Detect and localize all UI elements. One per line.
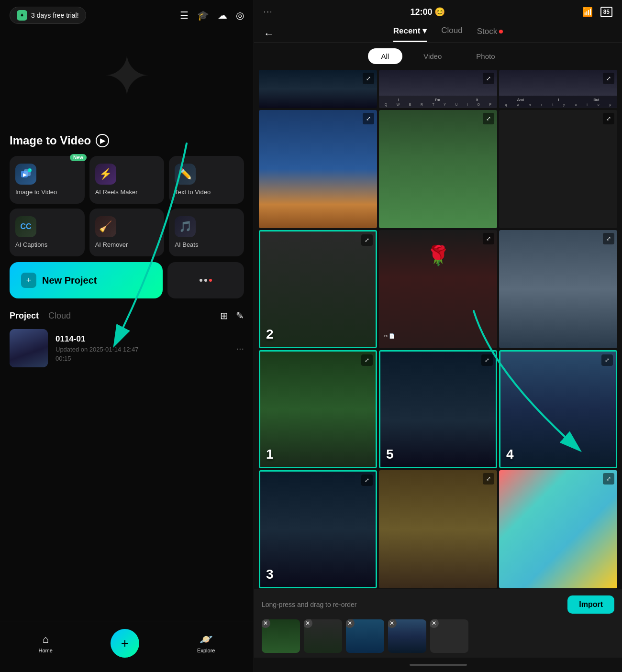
expand-icon[interactable]: ⤢: [361, 354, 373, 366]
project-info: 0114-01 Updated on 2025-01-14 12:47 00:1…: [56, 334, 228, 362]
filter-photo[interactable]: Photo: [463, 48, 508, 64]
left-panel: ✦ 3 days free trial! ☰ 🎓 ☁ ◎ ✦ Image to …: [0, 0, 254, 672]
expand-icon[interactable]: ⤢: [481, 354, 493, 366]
feature-card-ai-reels[interactable]: ⚡ AI Reels Maker: [89, 156, 165, 204]
strip-item-1[interactable]: ✕: [262, 619, 300, 653]
import-bar: Long-press and drag to re-order Import ✕…: [254, 589, 622, 658]
strip-item-5[interactable]: ✕: [430, 619, 468, 653]
feature-label-beats: AI Beats: [175, 241, 198, 249]
expand-icon[interactable]: ⤢: [603, 473, 614, 485]
media-bg: [379, 110, 497, 228]
media-cell-r5c1[interactable]: ⤢ 3: [259, 470, 377, 588]
cloud-icon[interactable]: ☁: [218, 10, 227, 21]
media-cell-r2c3[interactable]: ⤢: [499, 110, 617, 228]
filter-all[interactable]: All: [368, 48, 403, 64]
grid-view-icon[interactable]: ⊞: [220, 310, 228, 321]
strip-item-3[interactable]: ✕: [346, 619, 384, 653]
itv-section: Image to Video ▶ New Image to Video: [0, 134, 254, 310]
image-to-video-icon: [15, 164, 36, 185]
itv-title: Image to Video ▶: [10, 134, 244, 147]
trial-badge[interactable]: ✦ 3 days free trial!: [10, 7, 86, 24]
action-row: + New Project: [10, 262, 244, 298]
expand-icon[interactable]: ⤢: [361, 474, 373, 486]
media-cell-r5c3[interactable]: ⤢: [499, 470, 617, 588]
project-section: Project Cloud ⊞ ✎ 0114-01 Updated on 202…: [0, 310, 254, 621]
media-bg: [260, 352, 376, 467]
media-cell-r3c3[interactable]: ⤢: [499, 230, 617, 348]
tab-cloud[interactable]: Cloud: [48, 311, 71, 321]
project-item[interactable]: 0114-01 Updated on 2025-01-14 12:47 00:1…: [10, 329, 244, 367]
selection-number: 1: [266, 447, 274, 462]
media-cell-r4c2[interactable]: ⤢ 5: [379, 350, 497, 468]
media-cell-top1[interactable]: ⤢: [259, 70, 377, 108]
expand-icon[interactable]: ⤢: [483, 113, 494, 124]
media-cell-r4c3[interactable]: ⤢ 4: [499, 350, 617, 468]
media-cell-r5c2[interactable]: ⤢: [379, 470, 497, 588]
media-cell-r3c1[interactable]: ⤢ 2: [259, 230, 377, 348]
new-project-label: New Project: [42, 275, 97, 286]
media-bg: [499, 110, 617, 228]
expand-icon[interactable]: ⤢: [363, 73, 374, 84]
itv-info-icon[interactable]: ▶: [96, 134, 109, 147]
import-button[interactable]: Import: [567, 595, 614, 614]
expand-icon[interactable]: ⤢: [483, 73, 494, 84]
expand-icon[interactable]: ⤢: [601, 354, 613, 366]
hat-icon[interactable]: 🎓: [197, 10, 209, 21]
media-cell-r3c2[interactable]: 🌹 ✂ 📄 ⤢: [379, 230, 497, 348]
strip-item-2[interactable]: ✕: [304, 619, 342, 653]
media-cell-r2c1[interactable]: ⤢: [259, 110, 377, 228]
back-button[interactable]: ←: [264, 28, 274, 40]
status-time: 12:00 😊: [410, 7, 444, 17]
status-dots: ···: [264, 8, 273, 16]
tab-project[interactable]: Project: [10, 311, 39, 321]
right-nav: ← Recent ▾ Cloud Stock: [254, 22, 622, 43]
nav-create-button[interactable]: +: [111, 629, 139, 658]
edit-icon[interactable]: ✎: [236, 310, 244, 321]
project-thumb-inner: [10, 329, 48, 367]
feature-card-ai-beats[interactable]: 🎵 AI Beats: [169, 209, 244, 256]
expand-icon[interactable]: ⤢: [603, 73, 614, 84]
media-cell-top3[interactable]: And I But qwertyuiop ⤢: [499, 70, 617, 108]
selected-strip: ✕ ✕ ✕ ✕ ✕: [262, 619, 614, 653]
tab-recent[interactable]: Recent ▾: [393, 26, 427, 42]
menu-icon[interactable]: ☰: [180, 10, 189, 21]
expand-icon[interactable]: ⤢: [363, 113, 374, 124]
itv-title-text: Image to Video: [10, 134, 91, 147]
feature-card-ai-captions[interactable]: CC AI Captions: [10, 209, 85, 256]
expand-icon[interactable]: ⤢: [603, 233, 614, 244]
strip-item-4[interactable]: ✕: [388, 619, 426, 653]
media-bg: [260, 472, 376, 587]
new-project-button[interactable]: + New Project: [10, 262, 163, 298]
feature-card-image-to-video[interactable]: New Image to Video: [10, 156, 85, 204]
expand-icon[interactable]: ⤢: [483, 233, 494, 244]
new-project-plus-icon: +: [21, 273, 36, 288]
tab-cloud[interactable]: Cloud: [441, 26, 462, 42]
trial-badge-icon: ✦: [17, 10, 27, 21]
text-to-video-icon: ✏️: [175, 164, 196, 185]
project-date: Updated on 2025-01-14 12:47: [56, 346, 228, 353]
media-cell-r2c2[interactable]: ⤢: [379, 110, 497, 228]
media-cell-r4c1[interactable]: ⤢ 1: [259, 350, 377, 468]
expand-icon[interactable]: ⤢: [483, 473, 494, 485]
message-icon[interactable]: ◎: [236, 10, 244, 21]
filter-tabs: All Video Photo: [254, 43, 622, 68]
ai-remover-icon: 🧹: [95, 216, 116, 237]
media-bg: [380, 352, 496, 467]
dot1: [200, 279, 202, 282]
expand-icon[interactable]: ⤢: [603, 113, 614, 124]
home-line: [410, 664, 467, 666]
feature-label-remover: AI Remover: [95, 241, 128, 249]
project-duration: 00:15: [56, 355, 228, 362]
nav-home[interactable]: ⌂ Home: [39, 633, 53, 653]
project-menu-icon[interactable]: ···: [236, 343, 244, 354]
ai-beats-icon: 🎵: [175, 216, 196, 237]
filter-video[interactable]: Video: [410, 48, 455, 64]
selection-number: 5: [386, 447, 394, 462]
media-cell-top2[interactable]: I I'm It QWERTYUIOP ⤢: [379, 70, 497, 108]
feature-card-ai-remover[interactable]: 🧹 AI Remover: [89, 209, 165, 256]
expand-icon[interactable]: ⤢: [361, 234, 373, 246]
media-bg: [260, 231, 376, 347]
feature-card-text-to-video[interactable]: ✏️ Text to Video: [169, 156, 244, 204]
nav-explore[interactable]: 🪐 Explore: [197, 633, 215, 653]
more-options-card[interactable]: [167, 262, 244, 298]
